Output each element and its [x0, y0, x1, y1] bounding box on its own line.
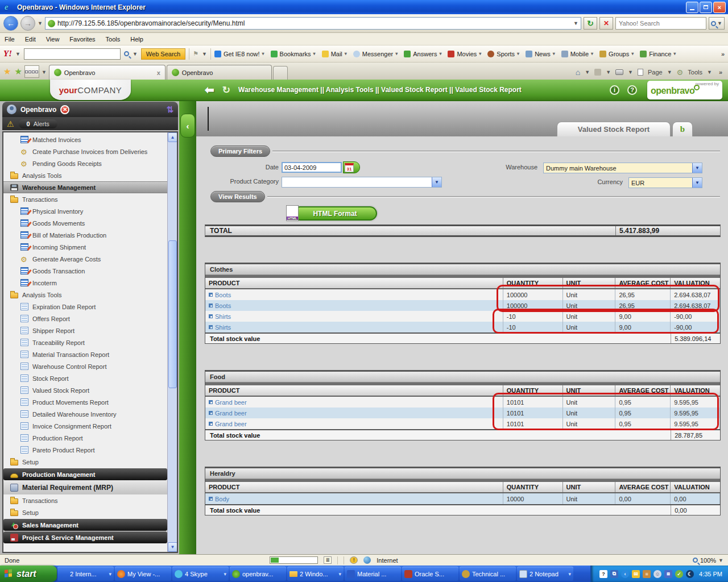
yahoo-toolbar-link[interactable]: Finance ▾ — [640, 51, 676, 57]
sidebar-item[interactable]: Pareto Product Report — [3, 444, 167, 456]
tab-list-dropdown[interactable]: ▼ — [42, 69, 47, 75]
browser-tab-inactive[interactable]: Openbravo — [167, 65, 272, 80]
sidebar-item[interactable]: Create Purchase Invoices from Deliveries — [3, 146, 167, 157]
tray-mail-icon[interactable]: ✉ — [632, 570, 640, 578]
menu-item[interactable]: Edit — [25, 36, 36, 43]
yahoo-toolbar-link[interactable]: Mail ▾ — [322, 51, 347, 57]
flag-icon[interactable]: ⚑ — [193, 50, 198, 57]
taskbar-item[interactable]: Material ... — [345, 567, 401, 581]
product-link[interactable]: Boots — [209, 302, 231, 309]
yahoo-toolbar-search-input[interactable] — [24, 48, 121, 60]
page-button[interactable]: Page — [648, 69, 663, 76]
yahoo-toolbar-link[interactable]: Mobile ▾ — [561, 51, 593, 57]
sidebar-item[interactable]: Expiration Date Report — [3, 301, 167, 313]
sidebar-item[interactable]: Pending Goods Receipts — [3, 157, 167, 169]
sidebar-item[interactable]: Valued Stock Report — [3, 384, 167, 396]
sidebar-item[interactable]: Shipper Report — [3, 325, 167, 336]
html-format-button[interactable]: HTML Format — [293, 206, 377, 221]
yahoo-toolbar-link[interactable]: Get IE8 now! ▾ — [214, 51, 264, 57]
nav-history-dropdown[interactable]: ▼ — [38, 20, 43, 26]
quick-tabs-button[interactable] — [24, 65, 39, 78]
sidebar-item[interactable]: Invoice Consignment Report — [3, 420, 167, 432]
rss-icon[interactable] — [594, 69, 601, 76]
tray-clock-icon[interactable]: ☾ — [686, 570, 694, 578]
date-input[interactable]: 03-04-2009 — [282, 162, 342, 173]
home-icon[interactable]: ⌂ — [576, 68, 580, 77]
yahoo-toolbar-link[interactable]: News ▾ — [526, 51, 555, 57]
product-link[interactable]: Grand beer — [209, 410, 247, 417]
sidebar-close-icon[interactable]: ✕ — [60, 105, 69, 114]
sidebar-item[interactable]: Incoming Shipment — [3, 241, 167, 253]
product-link[interactable]: Grand beer — [209, 399, 247, 406]
taskbar-item[interactable]: 2 Windo... — [287, 567, 344, 581]
product-link[interactable]: Body — [209, 496, 229, 502]
yahoo-toolbar-link[interactable]: Groups ▾ — [599, 51, 634, 57]
scroll-up-icon[interactable]: ▲ — [168, 132, 177, 142]
sidebar-item[interactable]: Detailed Warehouse Inventory — [3, 408, 167, 420]
sidebar-item[interactable]: Production Report — [3, 432, 167, 444]
refresh-button[interactable]: ↻ — [584, 17, 597, 30]
toolbar-overflow-chevron[interactable]: » — [721, 51, 725, 57]
sidebar-item[interactable]: Setup — [3, 506, 167, 518]
currency-select[interactable]: EUR ▼ — [628, 177, 702, 188]
search-go-button[interactable]: ▼ — [709, 17, 725, 30]
browser-tab-active[interactable]: Openbravo x — [49, 65, 166, 80]
taskbar-item[interactable]: My View -... — [115, 567, 171, 581]
menu-item[interactable]: Favorites — [69, 36, 95, 43]
info-icon[interactable]: i — [610, 85, 619, 95]
menu-item[interactable]: File — [5, 36, 15, 43]
sidebar-sort-icon[interactable]: ⇅ — [166, 105, 173, 115]
sidebar-scrollbar[interactable]: ▲ ▼ — [167, 132, 177, 552]
sidebar-item[interactable]: Setup — [3, 456, 167, 468]
yahoo-logo-dropdown[interactable]: ▼ — [15, 51, 20, 57]
sidebar-item[interactable]: Stock Report — [3, 372, 167, 384]
print-icon[interactable] — [615, 69, 623, 75]
search-options-dropdown[interactable]: ▼ — [133, 51, 138, 57]
sidebar-item[interactable]: Product Movements Report — [3, 396, 167, 408]
sidebar-item[interactable]: Analysis Tools — [3, 169, 167, 181]
taskbar-item[interactable]: openbrav... — [230, 567, 286, 581]
sidebar-item[interactable]: Transactions — [3, 193, 167, 205]
close-button[interactable]: × — [713, 2, 726, 13]
sidebar-item[interactable]: Sales Management — [3, 519, 167, 531]
sidebar-item[interactable]: Transactions — [3, 494, 167, 506]
sidebar-item[interactable]: Production Management — [3, 468, 167, 480]
tray-notes-icon[interactable]: ≡ — [643, 570, 651, 578]
sidebar-item[interactable]: Material Requirement (MRP) — [3, 481, 167, 494]
url-input[interactable] — [57, 19, 571, 27]
forward-button[interactable]: → — [20, 16, 35, 31]
sidebar-item[interactable]: Traceability Report — [3, 336, 167, 348]
report-tab-logo[interactable]: b — [672, 122, 693, 136]
close-tab-icon[interactable]: x — [157, 69, 160, 76]
scrollbar-thumb[interactable] — [168, 240, 177, 388]
sidebar-item[interactable]: Project & Service Management — [3, 531, 167, 543]
sidebar-item[interactable]: Material Transaction Report — [3, 348, 167, 360]
sidebar-item[interactable]: Warehouse Management — [3, 181, 167, 193]
sidebar-item[interactable]: Incoterm — [3, 277, 167, 289]
tray-back-icon[interactable]: ‹ — [621, 570, 629, 578]
product-link[interactable]: Shirts — [209, 313, 231, 320]
web-search-button[interactable]: Web Search — [141, 48, 185, 60]
menu-item[interactable]: Tools — [106, 36, 121, 43]
yahoo-toolbar-link[interactable]: Messenger ▾ — [353, 51, 398, 57]
command-overflow-chevron[interactable]: » — [719, 69, 722, 76]
help-icon[interactable]: ? — [627, 85, 637, 95]
warehouse-select[interactable]: Dummy main Warehouse ▼ — [543, 163, 702, 173]
yahoo-toolbar-link[interactable]: Answers ▾ — [404, 51, 441, 57]
sidebar-item[interactable]: Warehouse Control Report — [3, 360, 167, 372]
product-link[interactable]: Boots — [209, 292, 231, 298]
tray-display-icon[interactable]: ⧉ — [610, 570, 618, 578]
taskbar-item[interactable]: 2 Intern... — [57, 567, 114, 581]
tray-help-icon[interactable]: ? — [599, 570, 607, 578]
yahoo-toolbar-link[interactable]: Bookmarks ▾ — [271, 51, 316, 57]
collapse-sidebar-button[interactable]: ‹ — [180, 114, 195, 138]
calendar-button[interactable]: 31 — [343, 161, 360, 173]
product-category-select[interactable]: ▼ — [282, 177, 442, 188]
menu-item[interactable]: Help — [130, 36, 143, 43]
new-tab-stub[interactable] — [273, 66, 288, 80]
sidebar-item[interactable]: Goods Movements — [3, 217, 167, 229]
restore-button[interactable] — [700, 2, 712, 13]
yahoo-toolbar-link[interactable]: Movies ▾ — [448, 51, 481, 57]
favorites-star-icon[interactable]: ★ — [3, 66, 11, 77]
zoom-control[interactable]: 100% ▼ — [693, 557, 723, 564]
